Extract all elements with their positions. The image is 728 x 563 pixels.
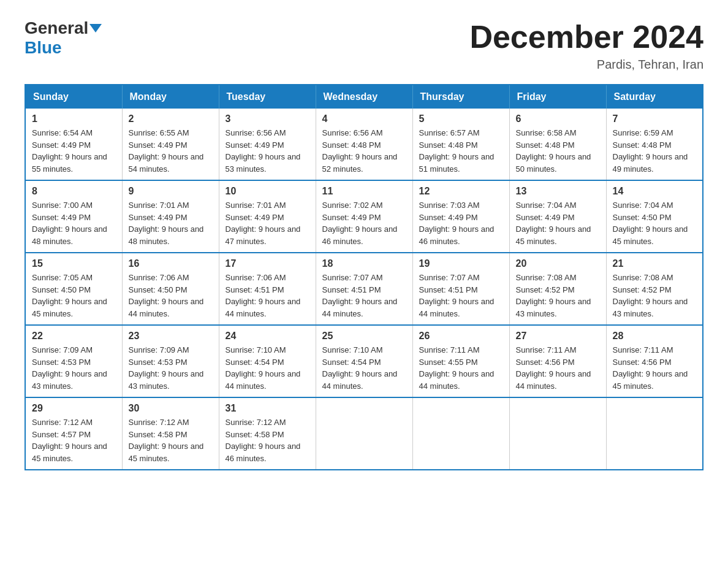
day-number: 6 [516, 113, 600, 124]
table-row: 13 Sunrise: 7:04 AM Sunset: 4:49 PM Dayl… [509, 180, 606, 253]
col-thursday: Thursday [412, 85, 509, 109]
day-info: Sunrise: 7:06 AM Sunset: 4:51 PM Dayligh… [226, 272, 309, 320]
table-row: 14 Sunrise: 7:04 AM Sunset: 4:50 PM Dayl… [606, 180, 703, 253]
day-number: 27 [516, 331, 600, 342]
table-row: 4 Sunrise: 6:56 AM Sunset: 4:48 PM Dayli… [316, 109, 412, 180]
day-number: 21 [613, 258, 697, 269]
calendar-week-row: 29 Sunrise: 7:12 AM Sunset: 4:57 PM Dayl… [25, 397, 703, 470]
table-row: 28 Sunrise: 7:11 AM Sunset: 4:56 PM Dayl… [606, 325, 703, 397]
day-info: Sunrise: 7:06 AM Sunset: 4:50 PM Dayligh… [129, 272, 213, 320]
table-row [412, 397, 509, 470]
logo-arrow-icon [89, 24, 102, 33]
day-number: 13 [516, 186, 600, 197]
day-number: 24 [226, 331, 309, 342]
table-row: 31 Sunrise: 7:12 AM Sunset: 4:58 PM Dayl… [219, 397, 316, 470]
table-row: 26 Sunrise: 7:11 AM Sunset: 4:55 PM Dayl… [412, 325, 509, 397]
day-info: Sunrise: 7:07 AM Sunset: 4:51 PM Dayligh… [419, 272, 503, 320]
table-row: 15 Sunrise: 7:05 AM Sunset: 4:50 PM Dayl… [25, 253, 122, 325]
calendar-week-row: 8 Sunrise: 7:00 AM Sunset: 4:49 PM Dayli… [25, 180, 703, 253]
logo-general-text: General [25, 18, 88, 38]
day-info: Sunrise: 7:12 AM Sunset: 4:58 PM Dayligh… [129, 416, 213, 464]
table-row [509, 397, 606, 470]
col-sunday: Sunday [25, 85, 122, 109]
day-info: Sunrise: 7:09 AM Sunset: 4:53 PM Dayligh… [32, 344, 116, 392]
day-number: 1 [32, 113, 116, 124]
table-row: 8 Sunrise: 7:00 AM Sunset: 4:49 PM Dayli… [25, 180, 122, 253]
table-row: 6 Sunrise: 6:58 AM Sunset: 4:48 PM Dayli… [509, 109, 606, 180]
day-number: 4 [322, 113, 406, 124]
day-info: Sunrise: 7:03 AM Sunset: 4:49 PM Dayligh… [419, 199, 503, 247]
calendar-week-row: 22 Sunrise: 7:09 AM Sunset: 4:53 PM Dayl… [25, 325, 703, 397]
day-number: 14 [613, 186, 697, 197]
table-row: 24 Sunrise: 7:10 AM Sunset: 4:54 PM Dayl… [219, 325, 316, 397]
page-header: General Blue December 2024 Pardis, Tehra… [25, 18, 703, 72]
table-row: 18 Sunrise: 7:07 AM Sunset: 4:51 PM Dayl… [316, 253, 412, 325]
day-number: 5 [419, 113, 503, 124]
day-info: Sunrise: 7:02 AM Sunset: 4:49 PM Dayligh… [322, 199, 406, 247]
day-info: Sunrise: 7:12 AM Sunset: 4:57 PM Dayligh… [32, 416, 116, 464]
table-row: 20 Sunrise: 7:08 AM Sunset: 4:52 PM Dayl… [509, 253, 606, 325]
day-number: 25 [322, 331, 406, 342]
day-number: 23 [129, 331, 213, 342]
day-info: Sunrise: 7:09 AM Sunset: 4:53 PM Dayligh… [129, 344, 213, 392]
day-number: 11 [322, 186, 406, 197]
location-subtitle: Pardis, Tehran, Iran [469, 58, 703, 72]
table-row: 25 Sunrise: 7:10 AM Sunset: 4:54 PM Dayl… [316, 325, 412, 397]
day-info: Sunrise: 7:00 AM Sunset: 4:49 PM Dayligh… [32, 199, 116, 247]
table-row: 1 Sunrise: 6:54 AM Sunset: 4:49 PM Dayli… [25, 109, 122, 180]
day-info: Sunrise: 7:08 AM Sunset: 4:52 PM Dayligh… [516, 272, 600, 320]
day-number: 9 [129, 186, 213, 197]
calendar-week-row: 1 Sunrise: 6:54 AM Sunset: 4:49 PM Dayli… [25, 109, 703, 180]
day-number: 15 [32, 258, 116, 269]
day-info: Sunrise: 6:55 AM Sunset: 4:49 PM Dayligh… [129, 127, 213, 175]
calendar-week-row: 15 Sunrise: 7:05 AM Sunset: 4:50 PM Dayl… [25, 253, 703, 325]
col-saturday: Saturday [606, 85, 703, 109]
col-friday: Friday [509, 85, 606, 109]
day-info: Sunrise: 6:56 AM Sunset: 4:49 PM Dayligh… [226, 127, 309, 175]
col-monday: Monday [122, 85, 219, 109]
day-info: Sunrise: 7:04 AM Sunset: 4:50 PM Dayligh… [613, 199, 697, 247]
day-info: Sunrise: 6:54 AM Sunset: 4:49 PM Dayligh… [32, 127, 116, 175]
day-number: 18 [322, 258, 406, 269]
table-row: 3 Sunrise: 6:56 AM Sunset: 4:49 PM Dayli… [219, 109, 316, 180]
calendar-table: Sunday Monday Tuesday Wednesday Thursday… [25, 84, 703, 470]
logo-blue-text: Blue [25, 38, 62, 57]
day-info: Sunrise: 6:56 AM Sunset: 4:48 PM Dayligh… [322, 127, 406, 175]
table-row: 10 Sunrise: 7:01 AM Sunset: 4:49 PM Dayl… [219, 180, 316, 253]
col-tuesday: Tuesday [219, 85, 316, 109]
day-number: 28 [613, 331, 697, 342]
month-title: December 2024 [469, 18, 703, 55]
table-row: 5 Sunrise: 6:57 AM Sunset: 4:48 PM Dayli… [412, 109, 509, 180]
title-area: December 2024 Pardis, Tehran, Iran [469, 18, 703, 72]
table-row: 29 Sunrise: 7:12 AM Sunset: 4:57 PM Dayl… [25, 397, 122, 470]
table-row: 30 Sunrise: 7:12 AM Sunset: 4:58 PM Dayl… [122, 397, 219, 470]
day-info: Sunrise: 7:10 AM Sunset: 4:54 PM Dayligh… [322, 344, 406, 392]
table-row: 19 Sunrise: 7:07 AM Sunset: 4:51 PM Dayl… [412, 253, 509, 325]
table-row: 22 Sunrise: 7:09 AM Sunset: 4:53 PM Dayl… [25, 325, 122, 397]
table-row: 16 Sunrise: 7:06 AM Sunset: 4:50 PM Dayl… [122, 253, 219, 325]
day-info: Sunrise: 7:08 AM Sunset: 4:52 PM Dayligh… [613, 272, 697, 320]
table-row: 11 Sunrise: 7:02 AM Sunset: 4:49 PM Dayl… [316, 180, 412, 253]
day-info: Sunrise: 7:11 AM Sunset: 4:56 PM Dayligh… [613, 344, 697, 392]
table-row: 12 Sunrise: 7:03 AM Sunset: 4:49 PM Dayl… [412, 180, 509, 253]
day-info: Sunrise: 7:11 AM Sunset: 4:55 PM Dayligh… [419, 344, 503, 392]
table-row: 17 Sunrise: 7:06 AM Sunset: 4:51 PM Dayl… [219, 253, 316, 325]
col-wednesday: Wednesday [316, 85, 412, 109]
day-info: Sunrise: 7:11 AM Sunset: 4:56 PM Dayligh… [516, 344, 600, 392]
table-row: 27 Sunrise: 7:11 AM Sunset: 4:56 PM Dayl… [509, 325, 606, 397]
day-info: Sunrise: 7:01 AM Sunset: 4:49 PM Dayligh… [226, 199, 309, 247]
table-row: 7 Sunrise: 6:59 AM Sunset: 4:48 PM Dayli… [606, 109, 703, 180]
day-number: 10 [226, 186, 309, 197]
day-info: Sunrise: 7:12 AM Sunset: 4:58 PM Dayligh… [226, 416, 309, 464]
day-info: Sunrise: 7:05 AM Sunset: 4:50 PM Dayligh… [32, 272, 116, 320]
day-number: 26 [419, 331, 503, 342]
table-row: 9 Sunrise: 7:01 AM Sunset: 4:49 PM Dayli… [122, 180, 219, 253]
day-number: 20 [516, 258, 600, 269]
day-number: 30 [129, 403, 213, 414]
day-number: 19 [419, 258, 503, 269]
day-number: 8 [32, 186, 116, 197]
day-number: 22 [32, 331, 116, 342]
day-number: 12 [419, 186, 503, 197]
table-row: 21 Sunrise: 7:08 AM Sunset: 4:52 PM Dayl… [606, 253, 703, 325]
day-info: Sunrise: 6:57 AM Sunset: 4:48 PM Dayligh… [419, 127, 503, 175]
